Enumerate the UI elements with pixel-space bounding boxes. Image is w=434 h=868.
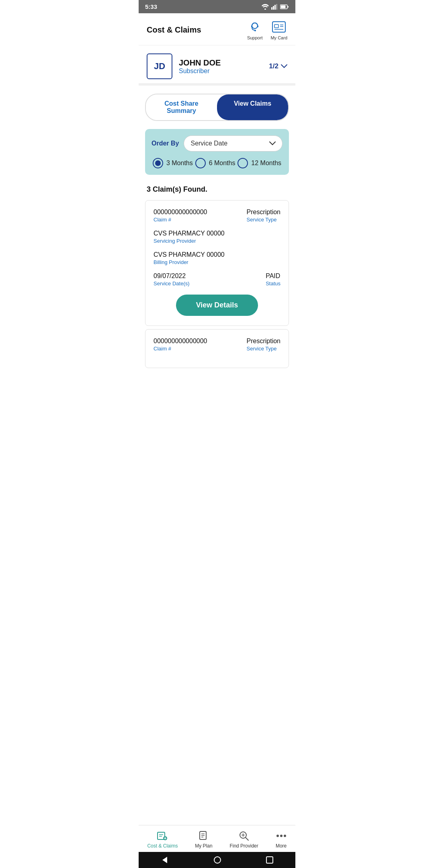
status-icons <box>262 4 289 10</box>
servicing-provider-value: CVS PHARMACY 00000 <box>154 230 225 237</box>
dropdown-chevron-icon <box>269 141 276 145</box>
service-date-field: 09/07/2022 Service Date(s) <box>154 272 190 287</box>
member-name: JOHN DOE <box>179 58 221 68</box>
radio-12months-circle <box>237 158 248 168</box>
page-title: Cost & Claims <box>147 25 201 35</box>
billing-provider-label: Billing Provider <box>154 259 225 265</box>
period-6months[interactable]: 6 Months <box>195 158 235 168</box>
service-type-value: Prescription <box>247 209 280 216</box>
period-6months-label: 6 Months <box>209 160 235 167</box>
svg-rect-7 <box>288 6 289 8</box>
radio-3months-circle <box>153 158 163 168</box>
chevron-down-icon <box>281 64 287 68</box>
period-radio-group: 3 Months 6 Months 12 Months <box>151 158 283 168</box>
mycard-label: My Card <box>270 35 287 40</box>
period-3months[interactable]: 3 Months <box>153 158 193 168</box>
support-button[interactable]: Support <box>247 20 263 40</box>
member-info: JOHN DOE Subscriber <box>179 58 221 75</box>
claim-number-field: 000000000000000 Claim # <box>154 209 207 223</box>
member-section: JD JOHN DOE Subscriber 1/2 <box>139 45 295 86</box>
claim2-number-field: 000000000000000 Claim # <box>154 338 207 352</box>
svg-rect-6 <box>281 5 286 8</box>
claim-row-billing: CVS PHARMACY 00000 Billing Provider <box>154 251 280 265</box>
service-date-value: 09/07/2022 <box>154 272 190 280</box>
member-page: 1/2 <box>269 62 278 70</box>
member-card: JD JOHN DOE Subscriber 1/2 <box>147 53 287 79</box>
claim2-number-value: 000000000000000 <box>154 338 207 345</box>
tabs: Cost Share Summary View Claims <box>145 94 289 121</box>
radio-6months-circle <box>195 158 206 168</box>
tabs-container: Cost Share Summary View Claims <box>139 86 295 125</box>
claim-number-label: Claim # <box>154 217 207 223</box>
header-actions: Support My Card <box>247 20 287 40</box>
claim-row-provider: CVS PHARMACY 00000 Servicing Provider <box>154 230 280 244</box>
order-by-row: Order By Service Date <box>151 135 283 151</box>
support-icon <box>248 20 262 34</box>
svg-point-11 <box>254 30 256 31</box>
order-by-label: Order By <box>151 140 179 147</box>
status-value: PAID <box>266 272 280 280</box>
svg-point-0 <box>264 8 266 10</box>
svg-rect-4 <box>276 4 277 10</box>
claim2-service-type-field: Prescription Service Type <box>247 338 280 352</box>
tab-cost-share[interactable]: Cost Share Summary <box>146 94 217 120</box>
claim-card-1: 000000000000000 Claim # Prescription Ser… <box>145 200 289 326</box>
svg-rect-9 <box>251 25 252 27</box>
status-bar: 5:33 <box>139 0 295 13</box>
battery-icon <box>280 4 289 9</box>
avatar: JD <box>147 53 172 79</box>
status-time: 5:33 <box>145 3 157 10</box>
claim2-row-top: 000000000000000 Claim # Prescription Ser… <box>154 338 280 352</box>
app-header: Cost & Claims Support <box>139 13 295 45</box>
billing-provider-value: CVS PHARMACY 00000 <box>154 251 225 258</box>
service-date-label: Service Date(s) <box>154 280 190 287</box>
filter-bar: Order By Service Date 3 Months 6 Months … <box>145 129 289 175</box>
svg-rect-3 <box>274 5 276 10</box>
period-3months-label: 3 Months <box>166 160 193 167</box>
period-12months-label: 12 Months <box>251 160 281 167</box>
sort-dropdown[interactable]: Service Date <box>184 135 283 151</box>
claims-count: 3 Claim(s) Found. <box>139 179 295 197</box>
claim2-number-label: Claim # <box>154 346 207 352</box>
period-12months[interactable]: 12 Months <box>237 158 281 168</box>
claim2-service-type-label: Service Type <box>247 346 280 352</box>
claim-row-top: 000000000000000 Claim # Prescription Ser… <box>154 209 280 223</box>
service-type-label: Service Type <box>247 217 280 223</box>
mycard-button[interactable]: My Card <box>270 20 287 40</box>
support-label: Support <box>247 35 263 40</box>
member-nav-button[interactable]: 1/2 <box>269 62 287 70</box>
claim2-service-type-value: Prescription <box>247 338 280 345</box>
status-field: PAID Status <box>266 272 280 287</box>
claim-row-date-status: 09/07/2022 Service Date(s) PAID Status <box>154 272 280 287</box>
member-role: Subscriber <box>179 68 221 75</box>
svg-rect-10 <box>257 25 258 27</box>
svg-rect-1 <box>271 7 272 10</box>
wifi-icon <box>262 4 269 10</box>
member-left: JD JOHN DOE Subscriber <box>147 53 221 79</box>
service-type-field: Prescription Service Type <box>247 209 280 223</box>
sort-value: Service Date <box>190 140 227 147</box>
mycard-icon <box>272 20 286 34</box>
tab-view-claims[interactable]: View Claims <box>217 94 288 120</box>
status-label: Status <box>266 280 280 287</box>
svg-rect-13 <box>274 25 278 28</box>
billing-provider-field: CVS PHARMACY 00000 Billing Provider <box>154 251 225 265</box>
view-details-button-1[interactable]: View Details <box>176 295 258 316</box>
signal-icon <box>271 4 278 10</box>
svg-rect-2 <box>273 6 274 10</box>
claim-number-value: 000000000000000 <box>154 209 207 216</box>
claim-card-2: 000000000000000 Claim # Prescription Ser… <box>145 329 289 368</box>
servicing-provider-label: Servicing Provider <box>154 238 225 244</box>
servicing-provider-field: CVS PHARMACY 00000 Servicing Provider <box>154 230 225 244</box>
